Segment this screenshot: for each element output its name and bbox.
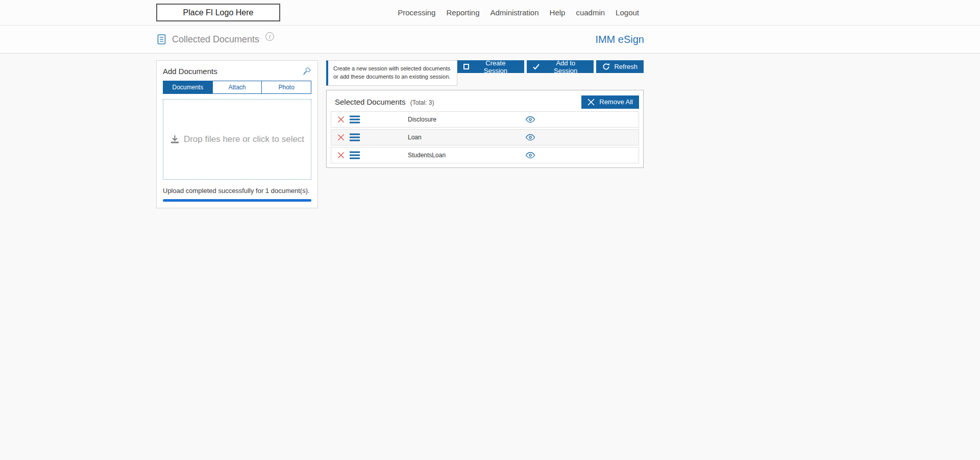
eye-icon[interactable] — [525, 116, 535, 123]
document-row: StudentsLoan — [331, 147, 639, 163]
fi-logo-text: Place FI Logo Here — [183, 8, 254, 17]
add-documents-title: Add Documents — [163, 67, 217, 76]
session-buttons: Create Session Add to Session — [457, 60, 644, 73]
nav-user-cuadmin[interactable]: cuadmin — [576, 8, 605, 17]
add-documents-tabs: Documents Attach Photo — [163, 81, 311, 94]
session-column: Create a new session with selected docum… — [326, 60, 644, 168]
fi-logo-placeholder: Place FI Logo Here — [156, 4, 280, 21]
tab-attach[interactable]: Attach — [213, 81, 262, 93]
document-name: Loan — [408, 134, 422, 141]
session-info-message: Create a new session with selected docum… — [326, 60, 457, 86]
download-icon — [170, 135, 180, 144]
remove-all-label: Remove All — [599, 98, 633, 106]
create-session-label: Create Session — [473, 59, 518, 75]
drag-handle-icon[interactable] — [350, 114, 360, 125]
main-content: Add Documents Documents Attach Photo — [0, 54, 980, 460]
document-name: Disclosure — [408, 116, 436, 123]
dropzone-label: Drop files here or click to select — [184, 134, 304, 144]
delete-x-icon[interactable] — [337, 134, 345, 141]
delete-x-icon[interactable] — [337, 116, 345, 123]
remove-all-button[interactable]: Remove All — [581, 95, 639, 109]
remove-all-x-icon — [587, 99, 595, 106]
document-row: Disclosure — [331, 111, 639, 128]
refresh-button[interactable]: Refresh — [596, 60, 644, 73]
upload-status-text: Upload completed successfully for 1 docu… — [163, 187, 311, 195]
selected-documents-panel: Selected Documents (Total: 3) Remove All — [326, 90, 644, 168]
document-list-icon — [156, 34, 167, 45]
nav-reporting[interactable]: Reporting — [446, 8, 479, 17]
info-icon[interactable]: i — [265, 32, 274, 41]
file-dropzone[interactable]: Drop files here or click to select — [163, 99, 311, 180]
document-name: StudentsLoan — [408, 152, 446, 159]
page: Place FI Logo Here Processing Reporting … — [0, 0, 980, 460]
refresh-icon — [602, 63, 610, 70]
square-icon — [463, 64, 469, 69]
refresh-label: Refresh — [614, 63, 638, 70]
nav-administration[interactable]: Administration — [491, 8, 539, 17]
check-icon — [533, 64, 540, 70]
sub-header: Collected Documents i IMM eSign — [0, 26, 980, 54]
nav-logout[interactable]: Logout — [616, 8, 639, 17]
drag-handle-icon[interactable] — [350, 132, 360, 142]
delete-x-icon[interactable] — [337, 152, 345, 159]
eye-icon[interactable] — [525, 134, 535, 140]
nav-help[interactable]: Help — [550, 8, 566, 17]
selected-documents-total: (Total: 3) — [410, 99, 434, 106]
tab-photo[interactable]: Photo — [262, 81, 311, 93]
main-nav: Processing Reporting Administration Help… — [398, 8, 639, 17]
pin-icon[interactable] — [303, 67, 311, 76]
selected-documents-title: Selected Documents — [335, 98, 405, 106]
create-session-button[interactable]: Create Session — [457, 60, 524, 73]
brand-imm-esign: IMM eSign — [595, 34, 644, 45]
drag-handle-icon[interactable] — [350, 150, 360, 160]
document-row: Loan — [331, 129, 639, 146]
add-documents-panel: Add Documents Documents Attach Photo — [156, 60, 318, 208]
add-to-session-label: Add to Session — [544, 59, 588, 75]
tab-documents[interactable]: Documents — [163, 81, 213, 93]
top-bar: Place FI Logo Here Processing Reporting … — [0, 0, 980, 26]
upload-progress-bar — [163, 199, 311, 202]
add-to-session-button[interactable]: Add to Session — [527, 60, 594, 73]
eye-icon[interactable] — [525, 152, 535, 158]
page-title: Collected Documents — [172, 34, 259, 45]
nav-processing[interactable]: Processing — [398, 8, 435, 17]
